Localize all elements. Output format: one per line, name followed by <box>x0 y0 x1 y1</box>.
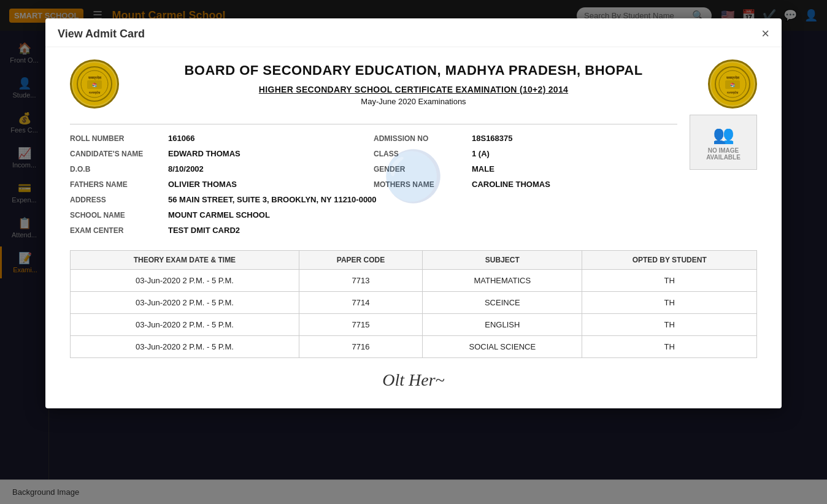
fathers-name-value: OLIVIER THOMAS <box>168 180 237 189</box>
cell-subject: SOCIAL SCIENCE <box>423 336 582 358</box>
exam-center-row: EXAM CENTER TEST DMIT CARD2 <box>70 223 677 238</box>
admission-no-row: ADMISSION NO 18S168375 <box>374 131 677 146</box>
left-emblem: मध्यप्रदेश 📚 मध्यप्रदेश <box>70 59 119 109</box>
roll-number-value: 161066 <box>168 134 194 143</box>
svg-text:मध्यप्रदेश: मध्यप्रदेश <box>88 91 101 95</box>
signature-area: Olt Her~ <box>70 370 757 390</box>
col-header-opted: OPTED BY STUDENT <box>582 251 757 270</box>
cell-date: 03-Jun-2020 2 P.M. - 5 P.M. <box>71 270 299 292</box>
mothers-name-value: CAROLINE THOMAS <box>472 180 550 189</box>
modal-title: View Admit Card <box>58 28 145 40</box>
left-emblem-inner: मध्यप्रदेश 📚 मध्यप्रदेश <box>73 63 116 105</box>
info-grid: ROLL NUMBER 161066 ADMISSION NO 18S16837… <box>70 124 677 238</box>
cell-opted: TH <box>582 292 757 314</box>
exam-period: May-June 2020 Examinations <box>131 97 696 106</box>
svg-text:📚: 📚 <box>730 82 736 88</box>
gender-row: GENDER MALE <box>374 161 677 177</box>
address-row: ADDRESS 56 MAIN STREET, SUITE 3, BROOKLY… <box>70 192 677 207</box>
modal-body: मध्यप्रदेश 📚 मध्यप्रदेश BOARD OF SECONDA… <box>45 47 782 408</box>
modal-header: View Admit Card × <box>45 18 782 47</box>
mothers-name-label: MOTHERS NAME <box>374 180 472 189</box>
fathers-name-label: FATHERS NAME <box>70 180 168 189</box>
col-header-date: THEORY EXAM DATE & TIME <box>71 251 299 270</box>
table-row: 03-Jun-2020 2 P.M. - 5 P.M. 7715 ENGLISH… <box>71 314 757 336</box>
cell-paper-code: 7713 <box>299 270 422 292</box>
candidate-name-label: CANDIDATE'S NAME <box>70 150 168 158</box>
right-emblem-svg: मध्यप्रदेश 📚 मध्यप्रदेश <box>714 66 751 102</box>
cell-date: 03-Jun-2020 2 P.M. - 5 P.M. <box>71 314 299 336</box>
signature: Olt Her~ <box>382 370 444 389</box>
svg-text:मध्यप्रदेश: मध्यप्रदेश <box>726 91 739 95</box>
no-image-label: NO IMAGEAVAILABLE <box>706 147 740 161</box>
class-row: CLASS 1 (A) <box>374 146 677 161</box>
admission-no-label: ADMISSION NO <box>374 134 472 143</box>
admit-title-block: BOARD OF SECONDARY EDUCATION, MADHYA PRA… <box>119 62 708 106</box>
gender-label: GENDER <box>374 165 472 174</box>
svg-text:मध्यप्रदेश: मध्यप्रदेश <box>88 75 102 80</box>
right-emblem: मध्यप्रदेश 📚 मध्यप्रदेश <box>708 59 757 109</box>
mothers-name-row: MOTHERS NAME CAROLINE THOMAS <box>374 177 677 192</box>
cell-paper-code: 7714 <box>299 292 422 314</box>
exam-title: HIGHER SECONDARY SCHOOL CERTIFICATE EXAM… <box>131 85 696 94</box>
col-header-subject: SUBJECT <box>423 251 582 270</box>
exam-center-value: TEST DMIT CARD2 <box>168 226 240 235</box>
admit-card: मध्यप्रदेश 📚 मध्यप्रदेश BOARD OF SECONDA… <box>70 59 757 390</box>
roll-number-label: ROLL NUMBER <box>70 134 168 143</box>
fathers-name-row: FATHERS NAME OLIVIER THOMAS <box>70 177 374 192</box>
class-value: 1 (A) <box>472 149 490 158</box>
col-header-paper-code: PAPER CODE <box>299 251 422 270</box>
school-name-value: MOUNT CARMEL SCHOOL <box>168 210 270 220</box>
class-label: CLASS <box>374 150 472 158</box>
admission-no-value: 18S168375 <box>472 134 513 143</box>
school-name-row: SCHOOL NAME MOUNT CARMEL SCHOOL <box>70 207 677 223</box>
candidate-name-row: CANDIDATE'S NAME EDWARD THOMAS <box>70 146 374 161</box>
student-info-area: ROLL NUMBER 161066 ADMISSION NO 18S16837… <box>70 115 757 238</box>
cell-opted: TH <box>582 270 757 292</box>
emblem-svg: मध्यप्रदेश 📚 मध्यप्रदेश <box>76 66 113 102</box>
exam-center-label: EXAM CENTER <box>70 226 168 235</box>
dob-value: 8/10/2002 <box>168 164 204 174</box>
table-header-row: THEORY EXAM DATE & TIME PAPER CODE SUBJE… <box>71 251 757 270</box>
exam-table: THEORY EXAM DATE & TIME PAPER CODE SUBJE… <box>70 250 757 358</box>
board-title: BOARD OF SECONDARY EDUCATION, MADHYA PRA… <box>131 62 696 80</box>
info-watermark-container: 🔵 ROLL NUMBER 161066 ADM <box>70 115 757 238</box>
cell-paper-code: 7716 <box>299 336 422 358</box>
admit-card-modal: View Admit Card × मध्यप्रदेश <box>45 18 782 408</box>
admit-card-header: मध्यप्रदेश 📚 मध्यप्रदेश BOARD OF SECONDA… <box>70 59 757 109</box>
right-emblem-inner: मध्यप्रदेश 📚 मध्यप्रदेश <box>711 63 754 105</box>
cell-subject: ENGLISH <box>423 314 582 336</box>
candidate-name-value: EDWARD THOMAS <box>168 149 240 158</box>
cell-opted: TH <box>582 336 757 358</box>
address-label: ADDRESS <box>70 196 168 204</box>
dob-row: D.O.B 8/10/2002 <box>70 161 374 177</box>
student-photo: 👥 NO IMAGEAVAILABLE <box>690 115 757 170</box>
svg-text:📚: 📚 <box>92 82 98 88</box>
table-row: 03-Jun-2020 2 P.M. - 5 P.M. 7713 MATHEMA… <box>71 270 757 292</box>
student-info-grid: ROLL NUMBER 161066 ADMISSION NO 18S16837… <box>70 115 677 238</box>
address-value: 56 MAIN STREET, SUITE 3, BROOKLYN, NY 11… <box>168 195 377 204</box>
cell-date: 03-Jun-2020 2 P.M. - 5 P.M. <box>71 336 299 358</box>
cell-opted: TH <box>582 314 757 336</box>
close-button[interactable]: × <box>761 27 769 40</box>
no-photo-icon: 👥 <box>713 124 734 145</box>
cell-date: 03-Jun-2020 2 P.M. - 5 P.M. <box>71 292 299 314</box>
svg-text:मध्यप्रदेश: मध्यप्रदेश <box>726 75 740 80</box>
school-name-label: SCHOOL NAME <box>70 211 168 220</box>
roll-number-row: ROLL NUMBER 161066 <box>70 131 374 146</box>
modal-overlay: View Admit Card × मध्यप्रदेश <box>0 0 827 504</box>
dob-label: D.O.B <box>70 165 168 174</box>
table-row: 03-Jun-2020 2 P.M. - 5 P.M. 7714 SCEINCE… <box>71 292 757 314</box>
table-row: 03-Jun-2020 2 P.M. - 5 P.M. 7716 SOCIAL … <box>71 336 757 358</box>
cell-subject: MATHEMATICS <box>423 270 582 292</box>
cell-paper-code: 7715 <box>299 314 422 336</box>
cell-subject: SCEINCE <box>423 292 582 314</box>
gender-value: MALE <box>472 164 494 174</box>
